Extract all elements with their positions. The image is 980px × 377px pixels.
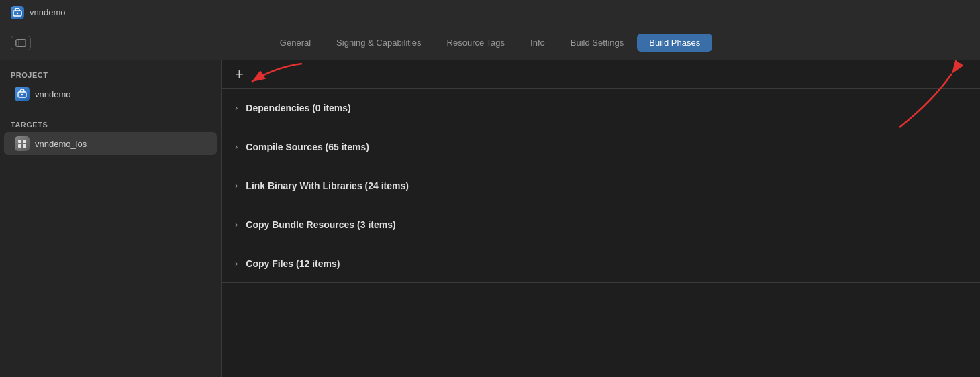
project-section-label: PROJECT <box>0 67 221 82</box>
sidebar-divider <box>0 111 221 111</box>
phase-row[interactable]: ›Link Binary With Libraries (24 items) <box>222 166 980 205</box>
toolbar: GeneralSigning & CapabilitiesResource Ta… <box>0 25 980 60</box>
sidebar-item-vnndemo-ios[interactable]: vnndemo_ios <box>4 132 217 155</box>
svg-rect-2 <box>16 39 26 46</box>
content-toolbar: + <box>222 60 980 89</box>
svg-rect-7 <box>23 140 26 143</box>
add-phase-button[interactable]: + <box>235 67 244 82</box>
chevron-icon: › <box>235 103 238 113</box>
app-title: vnndemo <box>30 7 65 17</box>
phase-row[interactable]: ›Copy Bundle Resources (3 items) <box>222 205 980 244</box>
tab-info[interactable]: Info <box>518 34 557 52</box>
content-area: + ›Dependencies (0 items)›Compile Source… <box>222 60 980 377</box>
svg-rect-6 <box>18 140 21 143</box>
chevron-icon: › <box>235 142 238 152</box>
chevron-icon: › <box>235 180 238 191</box>
phase-row[interactable]: ›Copy Files (12 items) <box>222 244 980 283</box>
tab-resource-tags[interactable]: Resource Tags <box>435 34 517 52</box>
project-icon <box>15 87 30 101</box>
title-bar: vnndemo <box>0 0 980 25</box>
targets-section-label: TARGETS <box>0 117 221 131</box>
app-icon <box>11 6 24 19</box>
tab-general[interactable]: General <box>268 34 323 52</box>
phase-title: Compile Sources (65 items) <box>246 142 369 152</box>
chevron-icon: › <box>235 258 238 268</box>
main-layout: PROJECT vnndemo TARGETS <box>0 60 980 377</box>
tabs-container: GeneralSigning & CapabilitiesResource Ta… <box>268 34 712 52</box>
target-icon <box>15 136 30 151</box>
phase-row[interactable]: ›Compile Sources (65 items) <box>222 127 980 166</box>
svg-rect-9 <box>23 144 26 148</box>
sidebar-item-vnndemo[interactable]: vnndemo <box>4 83 217 105</box>
svg-point-5 <box>21 94 23 95</box>
project-item-label: vnndemo <box>35 89 70 99</box>
target-item-label: vnndemo_ios <box>35 139 87 149</box>
phase-title: Dependencies (0 items) <box>246 103 350 113</box>
phase-title: Copy Bundle Resources (3 items) <box>246 219 395 230</box>
phases-container: ›Dependencies (0 items)›Compile Sources … <box>222 89 980 283</box>
phase-title: Copy Files (12 items) <box>246 258 340 269</box>
phase-title: Link Binary With Libraries (24 items) <box>246 180 409 191</box>
tab-build-phases[interactable]: Build Phases <box>637 34 712 52</box>
sidebar-toggle-button[interactable] <box>11 36 31 50</box>
svg-point-1 <box>17 12 18 13</box>
sidebar: PROJECT vnndemo TARGETS <box>0 60 222 377</box>
tab-build-settings[interactable]: Build Settings <box>558 34 636 52</box>
tab-signing[interactable]: Signing & Capabilities <box>324 34 433 52</box>
svg-rect-8 <box>18 144 21 148</box>
phase-row[interactable]: ›Dependencies (0 items) <box>222 89 980 127</box>
chevron-icon: › <box>235 219 238 229</box>
